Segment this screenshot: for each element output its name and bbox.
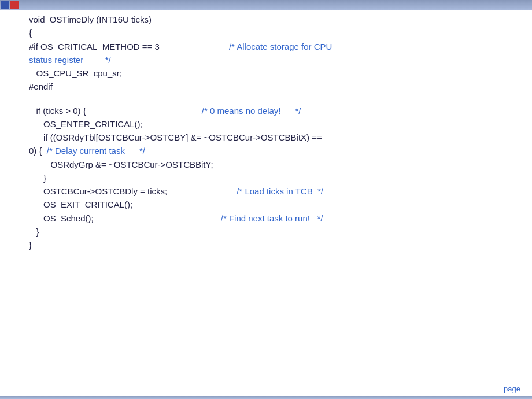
code-comment: /* 0 means no delay! */ [202,104,301,117]
code-line-5: #endif [29,80,515,93]
code-text: OS_CPU_SR cpu_sr; [29,66,122,80]
code-text-main: #if OS_CRITICAL_METHOD == 3 [29,40,160,53]
code-text-main: OSTCBCur->OSTCBDly = ticks; [29,184,167,198]
code-line-12: } [29,171,515,184]
code-line-9: if ((OSRdyTbl[OSTCBCur->OSTCBY] &= ~OSTC… [29,131,515,144]
code-text: void OSTimeDly (INT16U ticks) [29,13,152,26]
top-bar [0,0,532,10]
page-label-text: page [504,385,520,393]
code-comment: /* Allocate storage for CPU [229,40,332,53]
square-blue [1,1,9,9]
code-line-17: } [29,238,515,252]
code-comment: /* Find next task to run! */ [221,212,323,225]
code-text-zero: 0) { [29,144,47,157]
top-squares [1,1,19,9]
square-red [10,1,19,9]
code-text: } [29,238,32,252]
code-line-8: OS_ENTER_CRITICAL(); [29,117,515,131]
spacer-1 [29,94,515,104]
code-line-3a: #if OS_CRITICAL_METHOD == 3 /* Allocate … [29,40,515,53]
code-text: OS_EXIT_CRITICAL(); [29,198,132,211]
code-line-15: OS_Sched(); /* Find next task to run! */ [29,212,515,225]
code-text: if ((OSRdyTbl[OSTCBCur->OSTCBY] &= ~OSTC… [29,131,322,144]
code-line-3b: status register */ [29,53,515,66]
code-comment-delay: /* Delay current task */ [47,144,145,157]
code-line-14: OS_EXIT_CRITICAL(); [29,198,515,211]
code-line-16: } [29,225,515,238]
code-line-4: OS_CPU_SR cpu_sr; [29,66,515,80]
code-line-2: { [29,26,515,39]
code-line-1: void OSTimeDly (INT16U ticks) [29,13,515,26]
bottom-bar [0,396,532,399]
code-comment-continued: status register */ [29,53,111,66]
code-comment: /* Load ticks in TCB */ [237,184,323,198]
code-line-7: if (ticks > 0) { /* 0 means no delay! */ [29,104,515,117]
code-line-13: OSTCBCur->OSTCBDly = ticks; /* Load tick… [29,184,515,198]
code-text: OSRdyGrp &= ~OSTCBCur->OSTCBBitY; [29,158,213,171]
code-text: OS_ENTER_CRITICAL(); [29,117,143,131]
page-container: void OSTimeDly (INT16U ticks) { #if OS_C… [0,0,532,399]
code-text-main: OS_Sched(); [29,212,94,225]
code-area: void OSTimeDly (INT16U ticks) { #if OS_C… [29,13,515,382]
code-text: { [29,26,32,39]
code-line-10: 0) { /* Delay current task */ [29,144,515,157]
code-text: #endif [29,80,53,93]
code-text: } [29,225,39,238]
code-text-main: if (ticks > 0) { [29,104,86,117]
page-label: page [504,385,520,393]
code-text: } [29,171,46,184]
code-line-11: OSRdyGrp &= ~OSTCBCur->OSTCBBitY; [29,158,515,171]
